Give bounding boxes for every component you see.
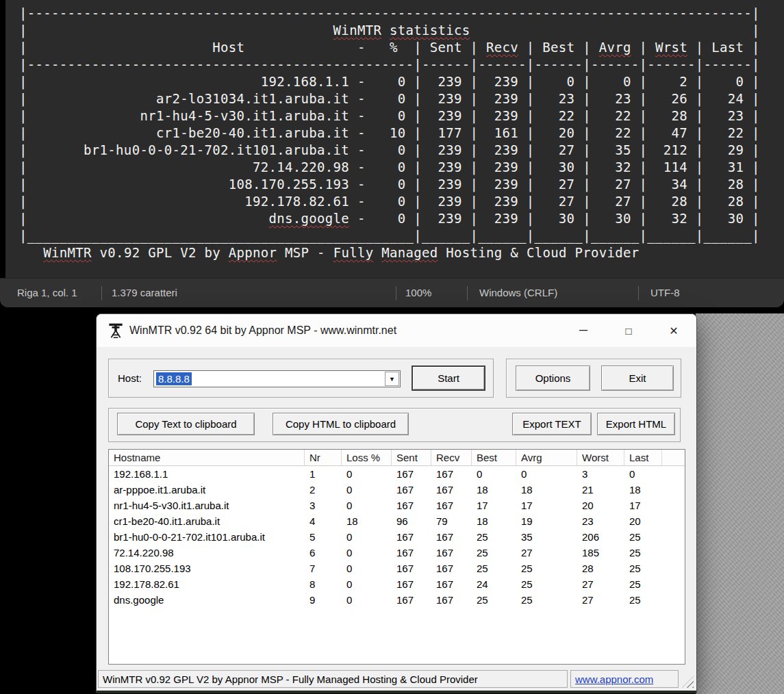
notepad-window: |---------------------------------------…: [0, 0, 784, 307]
statusbar-divider: [638, 286, 639, 300]
host-combobox[interactable]: 8.8.8.8 ▼: [153, 370, 401, 387]
editor-line: | 192.168.1.1 - 0 | 239 | 239 | 0 | 0 | …: [19, 73, 784, 90]
resize-grip[interactable]: [682, 676, 694, 688]
column-header-stub: [662, 450, 685, 466]
export-html-button[interactable]: Export HTML: [597, 413, 675, 435]
table-cell: 79: [431, 513, 472, 529]
host-label: Host:: [118, 359, 142, 397]
editor-line: | 72.14.220.98 - 0 | 239 | 239 | 30 | 32…: [19, 159, 784, 176]
winmtr-titlebar[interactable]: WinMTR v0.92 64 bit by Appnor MSP - www.…: [97, 314, 696, 347]
statusbar-text: WinMTR v0.92 GPL V2 by Appnor MSP - Full…: [98, 670, 568, 688]
table-cell: 3: [305, 498, 342, 513]
table-cell: 167: [392, 482, 431, 498]
table-cell: 108.170.255.193: [109, 561, 305, 576]
table-row[interactable]: 192.178.82.618016716724252725: [109, 576, 685, 592]
table-row[interactable]: dns.google9016716725252725: [109, 592, 685, 608]
table-cell: 28: [577, 561, 624, 576]
editor-line: | dns.google - 0 | 239 | 239 | 30 | 30 |…: [19, 210, 784, 227]
table-cell: 167: [431, 466, 472, 482]
table-cell: 0: [624, 466, 662, 482]
editor-line: | 108.170.255.193 - 0 | 239 | 239 | 27 |…: [19, 176, 784, 193]
close-button[interactable]: ✕: [651, 314, 696, 347]
table-cell: 25: [624, 592, 662, 608]
exit-button[interactable]: Exit: [601, 365, 674, 391]
start-button[interactable]: Start: [412, 365, 485, 391]
table-cell: 18: [472, 513, 516, 529]
options-button[interactable]: Options: [516, 365, 590, 391]
table-cell: 0: [472, 466, 516, 482]
table-cell: 0: [342, 561, 392, 576]
table-row[interactable]: ar-pppoe.it1.aruba.it2016716718182118: [109, 482, 685, 498]
zoom-level[interactable]: 100%: [405, 279, 431, 307]
table-cell: 167: [392, 576, 431, 592]
editor-line: | cr1-be20-40.it1.aruba.it - 10 | 177 | …: [19, 125, 784, 142]
table-cell: 185: [577, 545, 624, 561]
editor-line: | br1-hu0-0-0-21-702.it101.aruba.it - 0 …: [19, 142, 784, 159]
table-cell: 21: [577, 482, 624, 498]
table-cell: 25: [624, 561, 662, 576]
editor-line: | nr1-hu4-5-v30.it1.aruba.it - 0 | 239 |…: [19, 107, 784, 125]
winmtr-app-icon: [108, 323, 123, 338]
table-cell: 3: [577, 466, 624, 482]
desktop-wallpaper: [696, 313, 784, 694]
winmtr-client-area: Host: 8.8.8.8 ▼ Start Options Exit Copy …: [97, 347, 696, 691]
table-row[interactable]: br1-hu0-0-0-21-702.it101.aruba.it5016716…: [109, 529, 685, 545]
column-header[interactable]: Nr: [305, 450, 342, 466]
column-header[interactable]: Best: [472, 450, 516, 466]
statusbar-divider: [467, 286, 468, 300]
table-row[interactable]: 108.170.255.1937016716725252825: [109, 561, 685, 576]
chevron-down-icon[interactable]: ▼: [385, 372, 399, 386]
statusbar-divider: [396, 286, 396, 300]
table-cell: 25: [624, 545, 662, 561]
statusbar-divider: [101, 286, 102, 300]
minimize-button[interactable]: ─: [561, 314, 606, 347]
host-input-value[interactable]: 8.8.8.8: [156, 372, 192, 385]
table-cell: 4: [305, 513, 342, 529]
table-cell: 167: [431, 561, 472, 576]
table-cell: 25: [516, 592, 577, 608]
table-cell: 27: [516, 545, 577, 561]
table-cell: 5: [305, 529, 342, 545]
table-cell: 6: [305, 545, 342, 561]
column-header[interactable]: Worst: [577, 450, 624, 466]
table-cell: 19: [516, 513, 577, 529]
table-cell: 0: [342, 466, 392, 482]
table-row[interactable]: 72.14.220.9860167167252718525: [109, 545, 685, 561]
table-cell: 167: [392, 545, 431, 561]
table-cell: 18: [472, 482, 516, 498]
copy-text-button[interactable]: Copy Text to clipboard: [117, 413, 255, 435]
table-cell: 167: [431, 592, 472, 608]
character-count: 1.379 caratteri: [112, 279, 177, 307]
table-cell: 24: [472, 576, 516, 592]
table-cell: 167: [392, 529, 431, 545]
editor-line: | 192.178.82.61 - 0 | 239 | 239 | 27 | 2…: [19, 193, 784, 210]
appnor-link[interactable]: www.appnor.com: [575, 673, 653, 685]
editor-line: | Host - % | Sent | Recv | Best | Avrg |…: [19, 39, 784, 56]
line-ending-indicator: Windows (CRLF): [479, 279, 557, 307]
maximize-button[interactable]: □: [606, 314, 651, 347]
column-header[interactable]: Loss %: [342, 450, 392, 466]
table-row[interactable]: cr1-be20-40.it1.aruba.it418967918192320: [109, 513, 685, 529]
column-header[interactable]: Hostname: [109, 450, 305, 466]
column-header[interactable]: Sent: [392, 450, 431, 466]
table-cell: ar-pppoe.it1.aruba.it: [109, 482, 305, 498]
export-text-button[interactable]: Export TEXT: [512, 413, 592, 435]
table-cell: 25: [472, 592, 516, 608]
copy-html-button[interactable]: Copy HTML to clipboard: [273, 413, 409, 435]
column-header[interactable]: Last: [624, 450, 662, 466]
column-header[interactable]: Avrg: [516, 450, 577, 466]
table-cell: 167: [392, 466, 431, 482]
results-listview: HostnameNrLoss %SentRecvBestAvrgWorstLas…: [108, 449, 685, 665]
table-row[interactable]: nr1-hu4-5-v30.it1.aruba.it30167167171720…: [109, 498, 685, 513]
table-cell: 25: [624, 576, 662, 592]
table-cell: 20: [624, 513, 662, 529]
table-cell: dns.google: [109, 592, 305, 608]
table-row[interactable]: 192.168.1.1101671670030: [109, 466, 685, 482]
winmtr-window: WinMTR v0.92 64 bit by Appnor MSP - www.…: [96, 313, 697, 693]
table-cell: 0: [342, 592, 392, 608]
table-cell: 0: [516, 466, 577, 482]
column-header[interactable]: Recv: [431, 450, 472, 466]
table-cell: 167: [392, 498, 431, 513]
text-editor[interactable]: |---------------------------------------…: [0, 0, 784, 278]
table-cell: 192.178.82.61: [109, 576, 305, 592]
